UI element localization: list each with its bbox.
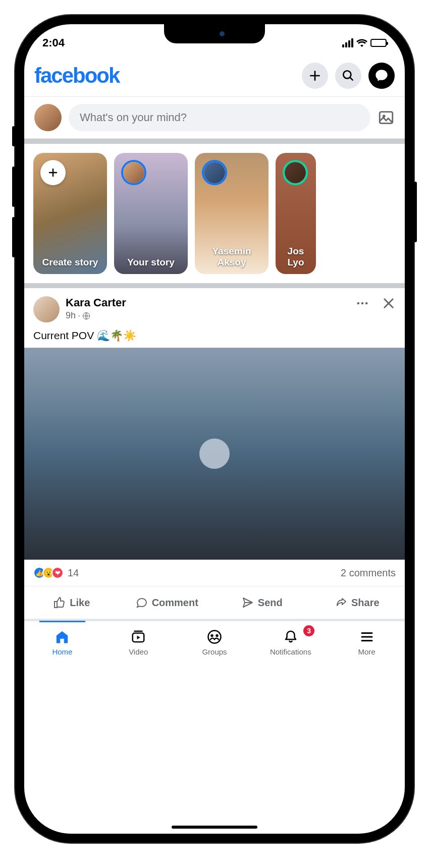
- bottom-nav: Home Video Groups 3 Notifications More: [24, 621, 405, 676]
- svg-point-8: [208, 631, 221, 643]
- nav-more[interactable]: More: [329, 626, 405, 656]
- wifi-icon: [356, 39, 367, 47]
- cellular-signal-icon: [342, 38, 353, 47]
- story-label: Create story: [38, 257, 102, 268]
- svg-point-5: [361, 302, 364, 305]
- plus-icon: [47, 167, 59, 179]
- search-icon: [342, 69, 355, 82]
- video-icon: [131, 629, 146, 644]
- send-icon: [242, 596, 254, 609]
- status-icons: [342, 38, 387, 47]
- share-button[interactable]: Share: [310, 590, 405, 615]
- story-label: Your story: [123, 257, 179, 268]
- comment-icon: [136, 596, 148, 609]
- story-create[interactable]: Create story: [33, 153, 107, 274]
- comments-count[interactable]: 2 comments: [341, 567, 396, 579]
- media-loading-indicator: [199, 439, 230, 469]
- svg-point-4: [357, 302, 360, 305]
- globe-icon: [82, 312, 90, 320]
- nav-label: Notifications: [270, 647, 311, 656]
- more-icon[interactable]: [355, 296, 369, 310]
- share-icon: [335, 596, 347, 609]
- svg-point-10: [216, 634, 219, 637]
- status-time: 2:04: [42, 36, 65, 49]
- messenger-icon: [374, 69, 389, 83]
- create-button[interactable]: [302, 63, 328, 89]
- app-header: facebook: [24, 55, 405, 97]
- post-media-image[interactable]: [24, 348, 405, 560]
- story-friend[interactable]: Yasemin Aksoy: [195, 153, 269, 274]
- composer-input[interactable]: [69, 104, 370, 131]
- send-button[interactable]: Send: [215, 590, 310, 615]
- post-timestamp: 9h·: [66, 310, 349, 321]
- close-icon[interactable]: [382, 296, 396, 310]
- comment-button[interactable]: Comment: [120, 590, 215, 615]
- story-avatar-ring: [202, 160, 227, 185]
- thumb-up-icon: [53, 596, 66, 609]
- bell-icon: [283, 629, 298, 644]
- nav-label: More: [358, 647, 375, 656]
- story-avatar-ring: [121, 160, 146, 185]
- nav-home[interactable]: Home: [24, 626, 100, 656]
- post-author-name[interactable]: Kara Carter: [66, 296, 349, 309]
- groups-icon: [207, 629, 222, 644]
- nav-notifications[interactable]: 3 Notifications: [252, 626, 329, 656]
- nav-label: Video: [129, 647, 148, 656]
- nav-video[interactable]: Video: [100, 626, 177, 656]
- photo-icon[interactable]: [378, 109, 395, 126]
- user-avatar[interactable]: [34, 104, 62, 131]
- create-story-badge: [40, 160, 66, 185]
- nav-groups[interactable]: Groups: [177, 626, 253, 656]
- messenger-button[interactable]: [368, 63, 395, 89]
- story-friend[interactable]: Jos Lyo: [276, 153, 316, 274]
- svg-point-9: [210, 634, 213, 637]
- nav-label: Groups: [202, 647, 227, 656]
- home-icon: [55, 629, 70, 644]
- menu-icon: [359, 629, 374, 644]
- story-label: Jos Lyo: [283, 246, 308, 268]
- plus-icon: [308, 69, 321, 82]
- post-caption: Current POV 🌊🌴☀️: [24, 328, 405, 348]
- svg-point-6: [365, 302, 368, 305]
- search-button[interactable]: [335, 63, 361, 89]
- love-reaction-icon: ❤: [51, 567, 64, 579]
- post-reactions-bar[interactable]: 👍 😮 ❤ 14 2 comments: [24, 560, 405, 586]
- stories-tray[interactable]: Create story Your story Yasemin Aksoy Jo…: [24, 144, 405, 283]
- battery-icon: [370, 39, 387, 47]
- home-indicator[interactable]: [172, 826, 257, 829]
- reaction-count: 14: [68, 567, 79, 579]
- reaction-icons: 👍 😮 ❤: [33, 567, 64, 579]
- story-avatar-ring: [283, 160, 308, 185]
- nav-label: Home: [52, 647, 72, 656]
- like-button[interactable]: Like: [24, 590, 120, 615]
- facebook-logo[interactable]: facebook: [34, 64, 119, 88]
- post-author-avatar[interactable]: [33, 296, 60, 322]
- story-label: Yasemin Aksoy: [195, 246, 269, 268]
- story-your-story[interactable]: Your story: [114, 153, 188, 274]
- notification-badge: 3: [303, 625, 314, 636]
- composer-row: [24, 97, 405, 139]
- feed-post: Kara Carter 9h· Current POV 🌊🌴☀️ 👍: [24, 288, 405, 619]
